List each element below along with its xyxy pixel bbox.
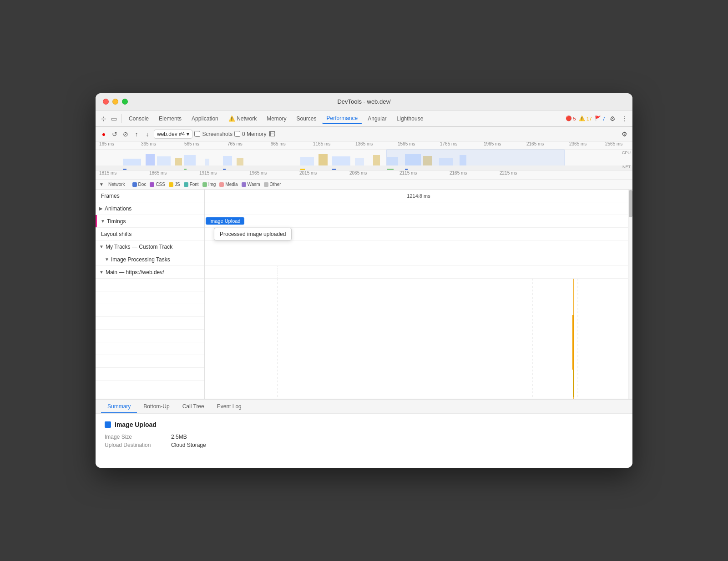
timeline-frames-row: ··· 1214.8 ms	[205, 190, 632, 202]
record-button[interactable]: ●	[99, 130, 108, 139]
legend-media: Media	[219, 182, 238, 187]
svg-rect-0	[123, 159, 141, 166]
legend-img: Img	[202, 182, 216, 187]
tick-365: 365 ms	[141, 141, 156, 146]
track-frames[interactable]: Frames	[96, 190, 204, 202]
css-color	[150, 182, 154, 187]
tab-application[interactable]: Application	[187, 114, 223, 124]
tick-765: 765 ms	[228, 141, 243, 146]
dtick-2165: 2165 ms	[450, 170, 467, 175]
tab-network[interactable]: ⚠️ Network	[224, 114, 261, 124]
network-legend: ▼ Network Doc CSS JS Font Img	[96, 180, 632, 190]
legend-css: CSS	[150, 182, 165, 187]
warning-badge: ⚠️ 17	[579, 115, 592, 121]
timeline-animations-row	[205, 202, 632, 215]
main-content: Frames ▶ Animations ▼ Timings Layout shi…	[96, 190, 632, 399]
svg-rect-5	[205, 159, 209, 166]
warning-triangle-icon: ⚠️	[228, 115, 235, 122]
tick-165: 165 ms	[99, 141, 114, 146]
tab-sources[interactable]: Sources	[292, 114, 321, 124]
tick-1365: 1365 ms	[355, 141, 373, 146]
scrollbar-thumb[interactable]	[629, 190, 632, 217]
svg-rect-12	[373, 155, 380, 166]
device-icon[interactable]: ▭	[109, 114, 118, 123]
controls-bar: ● ↺ ⊘ ↑ ↓ web.dev #4 ▾ Screenshots 0 Mem…	[96, 127, 632, 141]
download-button[interactable]: ↓	[143, 130, 152, 139]
tab-performance[interactable]: Performance	[322, 113, 363, 124]
memory-checkbox[interactable]: 0 Memory	[234, 131, 266, 137]
tab-event-log[interactable]: Event Log	[211, 401, 248, 413]
upload-button[interactable]: ↑	[132, 130, 141, 139]
dtick-2215: 2215 ms	[500, 170, 517, 175]
settings-perf-icon[interactable]: ⚙	[620, 130, 629, 139]
minimize-button[interactable]	[112, 99, 118, 105]
track-empty-3	[96, 304, 204, 317]
detail-color-indicator	[105, 421, 111, 428]
screenshots-checkbox[interactable]: Screenshots	[194, 131, 233, 137]
track-image-processing[interactable]: ▼ Image Processing Tasks	[96, 253, 204, 266]
svg-rect-8	[300, 157, 314, 166]
tick-2365: 2365 ms	[569, 141, 586, 146]
settings-icon[interactable]: ⚙	[608, 114, 617, 123]
detail-row-size: Image Size 2.5MB	[105, 434, 623, 440]
legend-wasm: Wasm	[242, 182, 260, 187]
svg-rect-9	[318, 154, 328, 166]
svg-rect-3	[175, 158, 182, 166]
track-empty-8	[96, 368, 204, 381]
maximize-button[interactable]	[122, 99, 128, 105]
close-button[interactable]	[103, 99, 109, 105]
svg-rect-11	[355, 158, 364, 166]
left-panel: Frames ▶ Animations ▼ Timings Layout shi…	[96, 190, 205, 399]
more-icon[interactable]: ⋮	[620, 114, 629, 123]
scrollbar[interactable]	[628, 190, 632, 399]
right-panel[interactable]: ··· 1214.8 ms Image Upload Processed ima…	[205, 190, 632, 399]
clear-button[interactable]: ⊘	[121, 130, 130, 139]
timeline-main-row	[205, 266, 632, 279]
expand-network-arrow[interactable]: ▼	[99, 182, 104, 187]
network-label: Network	[108, 182, 125, 187]
vline-1	[278, 266, 278, 278]
svg-rect-6	[223, 156, 232, 166]
js-color	[169, 182, 173, 187]
tab-lighthouse[interactable]: Lighthouse	[392, 114, 428, 124]
dtick-1865: 1865 ms	[149, 170, 167, 175]
track-timings[interactable]: ▼ Timings	[97, 215, 204, 227]
profile-selector[interactable]: web.dev #4 ▾	[154, 130, 192, 139]
svg-rect-10	[332, 156, 350, 166]
image-upload-chip[interactable]: Image Upload	[206, 217, 244, 225]
dtick-1965: 1965 ms	[249, 170, 267, 175]
svg-rect-4	[184, 155, 196, 166]
tab-elements[interactable]: Elements	[154, 114, 186, 124]
animations-arrow: ▶	[99, 206, 103, 211]
error-badge: 🔴 5	[566, 115, 576, 121]
tab-bottom-up[interactable]: Bottom-Up	[137, 401, 176, 413]
tab-call-tree[interactable]: Call Tree	[176, 401, 211, 413]
memory-toggle[interactable]	[234, 131, 240, 137]
track-timings-row: ▼ Timings	[96, 215, 204, 228]
tab-console[interactable]: Console	[124, 114, 153, 124]
tab-summary[interactable]: Summary	[101, 401, 137, 413]
track-my-tracks[interactable]: ▼ My Tracks — Custom Track	[96, 240, 204, 253]
info-badge: 🚩 7	[595, 115, 605, 121]
track-main[interactable]: ▼ Main — https://web.dev/	[96, 266, 204, 279]
legend-font: Font	[184, 182, 199, 187]
titlebar: DevTools - web.dev/	[96, 93, 632, 110]
inspect-icon[interactable]: ⊹	[99, 114, 108, 123]
chevron-down-icon: ▾	[187, 131, 189, 137]
frames-time: 1214.8 ms	[407, 193, 430, 199]
tab-memory[interactable]: Memory	[262, 114, 291, 124]
refresh-button[interactable]: ↺	[110, 130, 119, 139]
tick-1765: 1765 ms	[440, 141, 457, 146]
detail-ticks: 1815 ms 1865 ms 1915 ms 1965 ms 2015 ms …	[96, 170, 632, 180]
track-animations[interactable]: ▶ Animations	[96, 202, 204, 215]
tick-2565: 2565 ms	[605, 141, 622, 146]
main-toolbar: ⊹ ▭ Console Elements Application ⚠️ Netw…	[96, 110, 632, 127]
track-empty-2	[96, 291, 204, 304]
screenshots-toggle[interactable]	[194, 131, 200, 137]
tab-angular[interactable]: Angular	[363, 114, 391, 124]
dtick-2015: 2015 ms	[299, 170, 317, 175]
track-layout-shifts[interactable]: Layout shifts	[96, 228, 204, 240]
overview-graph[interactable]: CPU NET	[96, 150, 632, 170]
dtick-2065: 2065 ms	[349, 170, 367, 175]
tick-2165: 2165 ms	[526, 141, 544, 146]
